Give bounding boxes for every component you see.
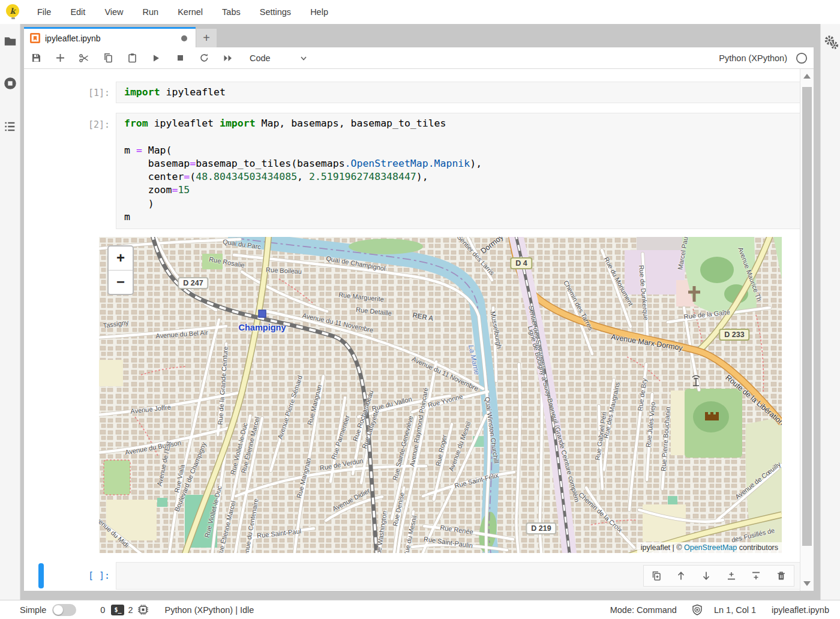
kernel-chip-icon[interactable]: [137, 604, 149, 615]
duplicate-cell-icon[interactable]: [651, 570, 662, 581]
scrollbar-down-arrow[interactable]: [803, 581, 811, 586]
scrollbar-up-arrow[interactable]: [803, 74, 811, 79]
cursor-position[interactable]: Ln 1, Col 1: [714, 605, 756, 615]
menu-settings[interactable]: Settings: [250, 0, 301, 24]
map-attribution: ipyleaflet | © OpenStreetMap contributor…: [637, 542, 782, 553]
map-zoom-control: + −: [107, 245, 134, 295]
city-label-champigny: Champigny: [239, 323, 286, 332]
menu-view[interactable]: View: [95, 0, 133, 24]
cell-type-value: Code: [250, 53, 271, 63]
kernel-status-idle-icon[interactable]: [796, 52, 808, 64]
cell2-prompt: [2]:: [81, 119, 110, 130]
kernel-area: Python (XPython): [719, 52, 808, 64]
delete-cell-trash-icon[interactable]: [776, 570, 787, 581]
copy-cells-button[interactable]: [96, 49, 120, 67]
openstreetmap-link[interactable]: OpenStreetMap: [684, 543, 737, 552]
kernel-status-text[interactable]: Python (XPython) | Idle: [164, 605, 254, 615]
code-line[interactable]: m = Map(: [124, 144, 808, 157]
jupyterlite-logo-icon[interactable]: k: [6, 4, 19, 17]
restart-kernel-button[interactable]: [192, 49, 216, 67]
code-line[interactable]: ): [124, 197, 808, 211]
zoom-in-button[interactable]: +: [109, 247, 133, 270]
cell2-editor[interactable]: from ipyleaflet import Map, basemaps, ba…: [116, 113, 809, 229]
notebook-toolbar: Code Python (XPython): [24, 47, 814, 69]
notebook-scrollbar[interactable]: [800, 69, 814, 591]
kernel-name-button[interactable]: Python (XPython): [719, 53, 787, 63]
new-tab-button[interactable]: +: [196, 29, 217, 47]
empty-cell-prompt: [ ]:: [81, 570, 110, 581]
command-mode-indicator[interactable]: Mode: Command: [610, 605, 677, 615]
tab-ipyleaflet-notebook[interactable]: ipyleaflet.ipynb: [24, 27, 196, 47]
property-inspector-gears-icon[interactable]: [823, 35, 839, 50]
menu-kernel[interactable]: Kernel: [168, 0, 212, 24]
code-token: basemap: [124, 158, 190, 169]
active-cell-indicator: [38, 563, 44, 588]
jupyterlab-window: { "menu_bar": {"items": ["File", "Edit",…: [0, 0, 840, 619]
code-line[interactable]: m: [124, 211, 808, 224]
code-token: =: [190, 158, 196, 169]
code-token: .Mapnik: [428, 158, 470, 169]
cell1-editor[interactable]: import ipyleaflet: [116, 82, 809, 103]
simple-mode-toggle[interactable]: [52, 604, 76, 616]
road-ref-badge: D 4: [510, 257, 532, 269]
running-kernels-icon[interactable]: [4, 77, 17, 90]
run-cell-button[interactable]: [144, 49, 168, 67]
road-ref-badge: D 219: [526, 522, 556, 534]
menu-items: FileEditViewRunKernelTabsSettingsHelp: [28, 0, 338, 24]
menu-help[interactable]: Help: [301, 0, 338, 24]
notebook-panel: [1]: import ipyleaflet [2]: from ipyleaf…: [24, 69, 814, 591]
menu-edit[interactable]: Edit: [61, 0, 95, 24]
paste-cells-button[interactable]: [120, 49, 144, 67]
road-ref-badge: D 233: [719, 329, 749, 341]
restart-run-all-button[interactable]: [216, 49, 240, 67]
simple-mode-label: Simple: [20, 605, 46, 615]
code-line[interactable]: basemap=basemap_to_tiles(basemaps.OpenSt…: [124, 157, 808, 170]
code-token: ): [124, 198, 154, 209]
file-browser-icon[interactable]: [4, 35, 17, 48]
code-token: Map(: [142, 145, 172, 156]
leaflet-map[interactable]: + − Quai du ParcQuai de ChampignolRue Ro…: [99, 237, 782, 553]
move-cell-down-icon[interactable]: [701, 570, 712, 581]
notebook-trust-shield-icon[interactable]: [691, 604, 703, 616]
castle-icon: [705, 412, 719, 420]
code-line[interactable]: [124, 130, 808, 143]
zoom-out-button[interactable]: −: [109, 270, 133, 294]
menu-bar: k FileEditViewRunKernelTabsSettingsHelp: [0, 0, 840, 24]
right-sidebar: [820, 24, 840, 600]
station-marker: [259, 310, 266, 318]
code-token: basemap_to_tiles(basemaps: [196, 158, 344, 169]
code-line[interactable]: from ipyleaflet import Map, basemaps, ba…: [124, 117, 808, 130]
menu-run[interactable]: Run: [133, 0, 169, 24]
code-token: m: [124, 145, 136, 156]
insert-cell-above-icon[interactable]: [726, 570, 737, 581]
code-token: ),: [470, 158, 482, 169]
insert-cell-below-icon[interactable]: [751, 570, 761, 581]
scrollbar-thumb[interactable]: [802, 87, 812, 546]
save-button[interactable]: [24, 49, 48, 67]
code-token: ),: [416, 171, 428, 182]
code-line[interactable]: import ipyleaflet: [124, 86, 808, 99]
cut-cells-button[interactable]: [72, 49, 96, 67]
code-line[interactable]: zoom=15: [124, 184, 808, 197]
terminal-icon[interactable]: $_: [111, 605, 124, 615]
code-token: from: [124, 118, 148, 129]
menu-file[interactable]: File: [28, 0, 61, 24]
code-token: (: [190, 171, 196, 182]
code-token: .OpenStreetMap: [345, 158, 428, 169]
tab-modified-dot[interactable]: [181, 35, 187, 41]
code-token: ipyleaflet: [160, 86, 226, 98]
cell-type-dropdown[interactable]: Code: [250, 53, 308, 63]
table-of-contents-icon[interactable]: [4, 120, 17, 133]
move-cell-up-icon[interactable]: [676, 570, 686, 581]
code-token: import: [124, 86, 160, 98]
add-cell-button[interactable]: [48, 49, 72, 67]
cell1-prompt: [1]:: [81, 88, 110, 98]
interrupt-kernel-button[interactable]: [168, 49, 192, 67]
code-line[interactable]: center=(48.80434503434085, 2.51919627483…: [124, 170, 808, 184]
code-token: ,: [297, 171, 309, 182]
menu-tabs[interactable]: Tabs: [212, 0, 250, 24]
status-file-name: ipyleaflet.ipynb: [772, 605, 829, 615]
kernels-count: 2: [128, 605, 133, 615]
cell-toolbar: [643, 565, 794, 587]
code-token: 48.80434503434085: [196, 171, 297, 182]
